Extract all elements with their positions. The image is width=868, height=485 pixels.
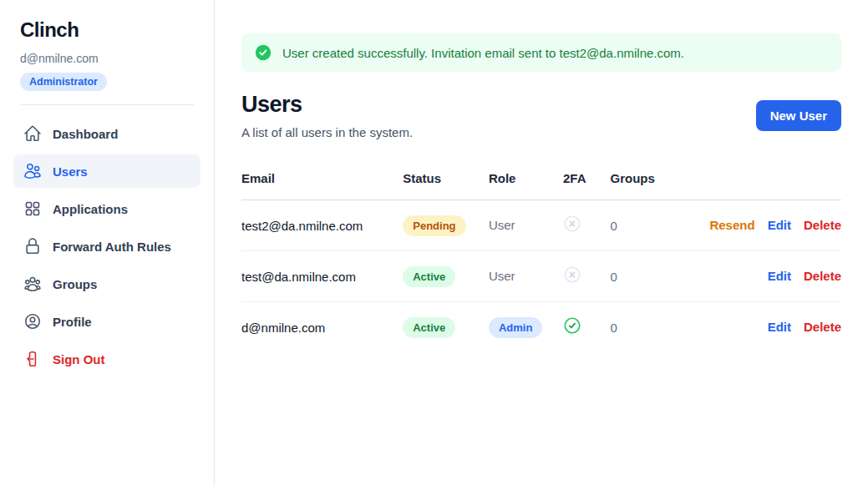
sidebar-item-users[interactable]: Users [13, 154, 201, 188]
sidebar-item-profile[interactable]: Profile [13, 305, 201, 338]
sidebar-item-groups[interactable]: Groups [13, 267, 201, 301]
table-header-row: Email Status Role 2FA Groups [241, 171, 841, 200]
success-banner-message: User created successfully. Invitation em… [282, 46, 684, 60]
twofa-cell [563, 302, 611, 353]
user-circle-icon [23, 312, 42, 331]
status-badge: Pending [403, 215, 465, 236]
twofa-disabled-icon [563, 215, 581, 233]
column-header-actions [697, 171, 841, 200]
status-cell: Active [403, 302, 489, 353]
delete-link[interactable]: Delete [804, 320, 841, 334]
groups-count: 0 [610, 251, 697, 302]
groups-count: 0 [610, 302, 697, 353]
users-table: Email Status Role 2FA Groups test2@da.nm… [241, 171, 841, 352]
sidebar: Clinch d@nmilne.com Administrator Dashbo… [0, 0, 215, 485]
user-email: test2@da.nmilne.com [241, 200, 403, 251]
role-cell: Admin [489, 302, 563, 353]
lock-icon [23, 237, 42, 255]
sign-out-icon [23, 350, 42, 368]
table-row: test@da.nmilne.comActiveUser0EditDelete [241, 251, 841, 302]
role-cell: User [489, 200, 563, 251]
administrator-badge: Administrator [20, 73, 107, 91]
sidebar-item-label: Users [53, 164, 88, 179]
role-label: User [489, 269, 515, 283]
users-icon [23, 162, 42, 180]
check-circle-icon [255, 44, 272, 61]
actions-cell: EditDelete [697, 251, 841, 302]
column-header-groups: Groups [610, 171, 697, 200]
brand-title: Clinch [13, 18, 201, 42]
sidebar-item-label: Profile [53, 315, 92, 329]
home-icon [23, 124, 42, 143]
applications-grid-icon [23, 200, 42, 218]
edit-link[interactable]: Edit [768, 269, 791, 283]
sidebar-divider [20, 104, 194, 105]
main-content: User created successfully. Invitation em… [215, 0, 868, 485]
status-cell: Pending [403, 200, 489, 251]
sidebar-item-forward-auth-rules[interactable]: Forward Auth Rules [13, 230, 201, 263]
user-email: d@nmilne.com [241, 302, 403, 353]
actions-cell: ResendEditDelete [697, 200, 841, 251]
table-row: d@nmilne.comActiveAdmin0EditDelete [241, 302, 841, 353]
twofa-disabled-icon [563, 265, 581, 284]
twofa-enabled-icon [563, 316, 581, 335]
role-cell: User [489, 251, 563, 302]
user-email: test@da.nmilne.com [241, 251, 403, 302]
role-badge: Admin [489, 317, 542, 338]
sidebar-item-label: Forward Auth Rules [53, 240, 171, 254]
role-label: User [489, 218, 515, 232]
sidebar-nav: Dashboard Users Applications Forward Aut… [13, 117, 201, 376]
groups-count: 0 [610, 200, 697, 251]
page-title: Users [241, 92, 413, 118]
resend-link[interactable]: Resend [709, 218, 754, 232]
actions-cell: EditDelete [697, 302, 841, 353]
column-header-email: Email [241, 171, 403, 200]
success-banner: User created successfully. Invitation em… [241, 33, 841, 72]
sidebar-item-label: Sign Out [53, 352, 105, 366]
twofa-cell [563, 200, 611, 251]
edit-link[interactable]: Edit [768, 320, 791, 334]
page-header: Users A list of all users in the system.… [241, 92, 841, 139]
edit-link[interactable]: Edit [768, 218, 791, 232]
column-header-role: Role [489, 171, 563, 200]
sidebar-item-label: Applications [53, 202, 128, 216]
sidebar-item-sign-out[interactable]: Sign Out [13, 342, 201, 376]
new-user-button[interactable]: New User [756, 100, 841, 131]
page-subtitle: A list of all users in the system. [241, 125, 413, 139]
sidebar-item-dashboard[interactable]: Dashboard [13, 117, 201, 150]
sidebar-item-label: Groups [53, 277, 97, 291]
sidebar-user-email: d@nmilne.com [13, 52, 201, 65]
column-header-status: Status [403, 171, 489, 200]
delete-link[interactable]: Delete [804, 218, 841, 232]
status-badge: Active [403, 317, 455, 338]
column-header-2fa: 2FA [563, 171, 611, 200]
users-table-body: test2@da.nmilne.comPendingUser0ResendEdi… [241, 200, 841, 353]
sidebar-item-label: Dashboard [53, 127, 118, 141]
sidebar-item-applications[interactable]: Applications [13, 192, 201, 225]
user-group-icon [23, 275, 42, 293]
table-row: test2@da.nmilne.comPendingUser0ResendEdi… [241, 200, 841, 251]
status-cell: Active [403, 251, 489, 302]
twofa-cell [563, 251, 611, 302]
status-badge: Active [403, 266, 455, 287]
delete-link[interactable]: Delete [804, 269, 841, 283]
